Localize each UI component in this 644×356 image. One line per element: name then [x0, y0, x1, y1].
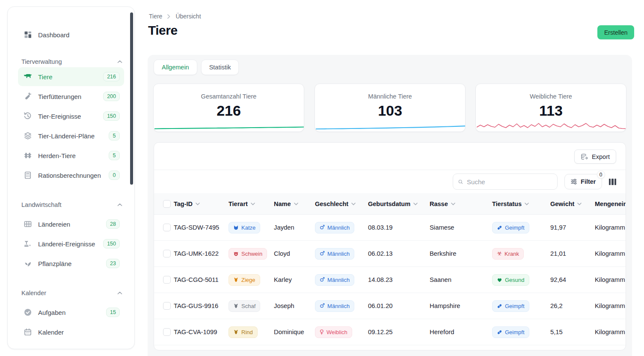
breadcrumb-item[interactable]: Übersicht [175, 13, 201, 20]
sidebar-section-tierverwaltung[interactable]: Tierverwaltung [21, 57, 122, 66]
column-header-name[interactable]: Name [274, 200, 315, 207]
filter-label: Filter [581, 178, 596, 185]
tierstatus-badge: Gesund [492, 274, 529, 286]
count-badge: 0 [109, 171, 120, 180]
row-checkbox[interactable] [163, 328, 171, 336]
table-row[interactable]: TAG-UMK-1622 Schwein Cloyd ♂Männlich 06.… [154, 241, 626, 267]
goat-icon [233, 277, 239, 283]
select-all-checkbox[interactable] [163, 200, 171, 208]
column-header-rasse[interactable]: Rasse [430, 200, 492, 207]
sidebar-item-label: Tierfütterungen [38, 93, 97, 100]
sidebar-item-label: Tier-Länderei-Pläne [38, 132, 103, 140]
column-header-gewicht[interactable]: Gewicht [550, 200, 595, 207]
cell-gewicht: 91,97 [550, 224, 595, 231]
sidebar-item-dashboard[interactable]: Dashboard [18, 25, 124, 44]
column-header-geschlecht[interactable]: Geschlecht [315, 200, 368, 207]
cow-icon [24, 72, 32, 81]
cell-mengeneinheit: Kilogramm [595, 329, 626, 335]
layers-icon [24, 132, 32, 140]
cow-head-icon [233, 329, 239, 335]
count-badge: 5 [109, 151, 120, 160]
cell-tag-id: TAG-GUS-9916 [174, 302, 229, 309]
sidebar-item-label: Rationsberechnungen [38, 172, 103, 179]
cell-gewicht: 92,64 [550, 276, 595, 283]
cell-geburtsdatum: 06.01.20 [368, 302, 430, 309]
chevron-down-icon [251, 203, 255, 205]
column-header-tierart[interactable]: Tierart [229, 200, 274, 207]
sidebar-item-label: Dashboard [38, 31, 120, 39]
cat-icon [233, 225, 239, 230]
capsule-icon [497, 225, 502, 230]
sidebar-item-label: Kalender [38, 329, 120, 336]
pig-icon [233, 251, 239, 257]
sidebar-item-laenderei-ereignisse[interactable]: Länderei-Ereignisse 150 [18, 234, 124, 253]
tab-statistik[interactable]: Statistik [201, 60, 239, 75]
sidebar-item-tier-ereignisse[interactable]: Tier-Ereignisse 150 [18, 107, 124, 126]
male-icon: ♂ [320, 251, 325, 257]
table-header-row: Tag-ID Tierart Name Geschlecht Geburtsda… [154, 193, 626, 215]
sidebar-scrollbar[interactable] [130, 12, 133, 185]
table-row[interactable]: TAG-GUS-9916 Schaf Joseph ♂Männlich 06.0… [154, 293, 626, 319]
cell-tag-id: TAG-SDW-7495 [174, 224, 229, 231]
row-checkbox[interactable] [163, 302, 171, 310]
sparkline-female [477, 121, 626, 131]
tierstatus-badge: Geimpft [492, 300, 529, 312]
cell-tag-id: TAG-CVA-1099 [174, 329, 229, 335]
cell-mengeneinheit: Kilogramm [595, 224, 626, 231]
tierstatus-badge: Geimpft [492, 222, 529, 233]
sidebar-section-landwirtschaft[interactable]: Landwirtschaft [21, 200, 122, 209]
breadcrumb-item[interactable]: Tiere [149, 13, 162, 20]
stat-label: Weibliche Tiere [476, 93, 626, 100]
cell-geburtsdatum: 08.03.19 [368, 224, 430, 231]
sidebar-item-rationsberechnungen[interactable]: Rationsberechnungen 0 [18, 166, 124, 185]
search-input[interactable] [467, 178, 552, 185]
sidebar-item-laendereien[interactable]: Ländereien 28 [18, 215, 124, 233]
cell-rasse: Siamese [430, 224, 492, 231]
export-button[interactable]: Export [574, 150, 616, 164]
section-title: Tierverwaltung [21, 58, 62, 65]
geschlecht-badge: ♀Weiblich [315, 326, 352, 338]
create-button[interactable]: Erstellen [597, 25, 634, 39]
column-header-tierstatus[interactable]: Tierstatus [492, 200, 550, 207]
chevron-right-icon [167, 14, 170, 19]
check-circle-icon [24, 308, 32, 317]
row-checkbox[interactable] [163, 276, 171, 284]
fence-icon [24, 151, 32, 160]
cell-tag-id: TAG-CGO-5011 [174, 276, 229, 283]
table-row[interactable]: TAG-SDW-7495 Katze Jayden ♂Männlich 08.0… [154, 215, 626, 241]
cell-name: Cloyd [274, 250, 315, 257]
sidebar-item-pflanzplaene[interactable]: Pflanzpläne 23 [18, 254, 124, 273]
sidebar-item-tiere[interactable]: Tiere 216 [18, 67, 124, 86]
tierart-badge: Rind [229, 326, 258, 338]
row-checkbox[interactable] [163, 224, 171, 231]
cell-gewicht: 5,15 [550, 329, 595, 335]
count-badge: 216 [103, 72, 120, 81]
columns-icon[interactable] [609, 179, 617, 185]
sidebar-item-tier-laenderei-plaene[interactable]: Tier-Länderei-Pläne 5 [18, 126, 124, 145]
column-header-geburtsdatum[interactable]: Geburtsdatum [368, 200, 430, 207]
sidebar-section-kalender[interactable]: Kalender [21, 289, 122, 297]
sidebar-item-kalender[interactable]: Kalender [18, 323, 124, 341]
row-checkbox[interactable] [163, 250, 171, 257]
filter-button[interactable]: Filter 0 [564, 174, 602, 189]
sidebar-item-tierfuetterungen[interactable]: Tierfütterungen 200 [18, 87, 124, 106]
sidebar-item-label: Ländereien [38, 221, 100, 228]
capsule-icon [497, 303, 502, 309]
sidebar-item-label: Pflanzpläne [38, 260, 100, 267]
stat-label: Männliche Tiere [315, 93, 465, 100]
cell-geburtsdatum: 06.02.13 [368, 250, 430, 257]
plant-icon [24, 259, 32, 268]
tab-allgemein[interactable]: Allgemein [154, 60, 197, 75]
filter-sliders-icon [570, 178, 577, 185]
cell-geburtsdatum: 09.12.25 [368, 329, 430, 335]
sidebar-item-aufgaben[interactable]: Aufgaben 15 [18, 303, 124, 322]
column-header-mengeneinheit[interactable]: Mengeneinheit [595, 200, 626, 207]
column-header-tag-id[interactable]: Tag-ID [174, 200, 229, 207]
table-row[interactable]: TAG-CVA-1099 Rind Dominique ♀Weiblich 09… [154, 319, 626, 345]
table-row[interactable]: TAG-CGO-5011 Ziege Karley ♂Männlich 14.0… [154, 267, 626, 293]
sidebar-item-herden-tiere[interactable]: Herden-Tiere 5 [18, 146, 124, 165]
chevron-down-icon [525, 203, 529, 205]
field-grid-icon [24, 220, 32, 228]
calculator-icon [24, 171, 32, 179]
tab-bar: Allgemein Statistik [154, 60, 239, 75]
